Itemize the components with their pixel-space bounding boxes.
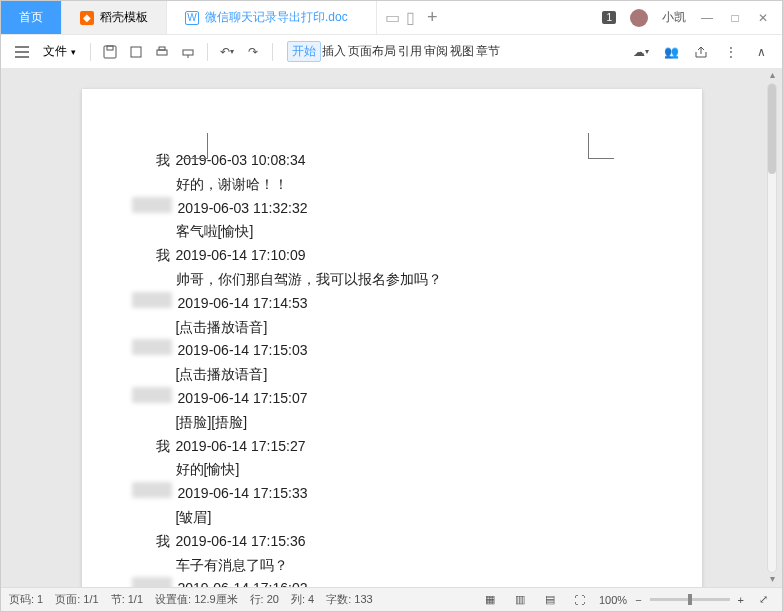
sender-label: 我 — [132, 244, 170, 268]
redo-icon[interactable]: ↷ — [242, 41, 264, 63]
chat-timestamp: 2019-06-03 11:32:32 — [178, 197, 308, 221]
svg-rect-2 — [131, 47, 141, 57]
svg-rect-4 — [159, 47, 165, 50]
vertical-scrollbar[interactable]: ▴ ▾ — [765, 69, 779, 587]
maximize-button[interactable]: □ — [728, 11, 742, 25]
chat-message: [捂脸][捂脸] — [176, 411, 642, 435]
collapse-ribbon-icon[interactable]: ∧ — [750, 41, 772, 63]
file-menu[interactable]: 文件 ▾ — [37, 41, 82, 62]
notification-badge[interactable]: 1 — [602, 11, 616, 24]
sender-label: 我 — [132, 435, 170, 459]
device-desktop-icon[interactable]: ▭ — [385, 8, 400, 27]
chat-header: 2019-06-14 17:15:07 — [132, 387, 642, 411]
sender-redacted — [132, 482, 172, 498]
collaborate-icon[interactable]: 👥 — [660, 41, 682, 63]
more-menu-icon[interactable]: ⋮ — [720, 41, 742, 63]
svg-rect-5 — [183, 50, 193, 55]
tab-home[interactable]: 首页 — [1, 1, 62, 34]
chat-header: 2019-06-14 17:14:53 — [132, 292, 642, 316]
chevron-down-icon: ▾ — [71, 47, 76, 57]
view-mode-pages-icon[interactable]: ▦ — [479, 589, 501, 611]
add-tab-button[interactable]: + — [415, 1, 450, 34]
chat-message: [点击播放语音] — [176, 316, 642, 340]
device-mobile-icon[interactable]: ▯ — [406, 8, 415, 27]
sender-redacted — [132, 339, 172, 355]
hamburger-menu-icon[interactable] — [11, 41, 33, 63]
status-line: 行: 20 — [250, 592, 279, 607]
zoom-in-icon[interactable]: + — [738, 594, 744, 606]
chat-header: 2019-06-14 17:15:03 — [132, 339, 642, 363]
fullscreen-icon[interactable]: ⤢ — [752, 589, 774, 611]
save-icon[interactable] — [99, 41, 121, 63]
ribbon-tab-6[interactable]: 章节 — [475, 41, 501, 62]
status-position: 设置值: 12.9厘米 — [155, 592, 238, 607]
sender-redacted — [132, 197, 172, 213]
sender-label: 我 — [132, 530, 170, 554]
avatar[interactable] — [630, 9, 648, 27]
chat-header: 2019-06-14 17:16:02 — [132, 577, 642, 587]
sender-redacted — [132, 387, 172, 403]
word-doc-icon: W — [185, 11, 199, 25]
svg-rect-0 — [104, 46, 116, 58]
chat-timestamp: 2019-06-14 17:15:36 — [176, 530, 306, 554]
ribbon-tab-4[interactable]: 审阅 — [423, 41, 449, 62]
chat-timestamp: 2019-06-14 17:14:53 — [178, 292, 308, 316]
zoom-slider[interactable] — [650, 598, 730, 601]
fit-page-icon[interactable]: ⛶ — [569, 589, 591, 611]
chat-header: 我2019-06-03 10:08:34 — [132, 149, 642, 173]
chat-message: [点击播放语音] — [176, 363, 642, 387]
chat-header: 2019-06-14 17:15:33 — [132, 482, 642, 506]
tab-document[interactable]: W 微信聊天记录导出打印.doc — [167, 1, 377, 34]
chat-header: 我2019-06-14 17:15:27 — [132, 435, 642, 459]
margin-corner-icon — [182, 133, 208, 159]
ribbon-tab-1[interactable]: 插入 — [321, 41, 347, 62]
tab-docer[interactable]: ◆ 稻壳模板 — [62, 1, 167, 34]
docer-icon: ◆ — [80, 11, 94, 25]
ribbon-tab-5[interactable]: 视图 — [449, 41, 475, 62]
document-page: 我2019-06-03 10:08:34好的，谢谢哈！！2019-06-03 1… — [82, 89, 702, 587]
svg-rect-3 — [157, 50, 167, 55]
ribbon-tab-2[interactable]: 页面布局 — [347, 41, 397, 62]
scroll-up-icon[interactable]: ▴ — [770, 69, 775, 83]
chat-timestamp: 2019-06-14 17:15:27 — [176, 435, 306, 459]
chat-message: 客气啦[愉快] — [176, 220, 642, 244]
status-page-no: 页码: 1 — [9, 592, 43, 607]
undo-icon[interactable]: ↶ ▾ — [216, 41, 238, 63]
margin-corner-icon — [588, 133, 614, 159]
cloud-sync-icon[interactable]: ☁▾ — [630, 41, 652, 63]
ribbon-tab-3[interactable]: 引用 — [397, 41, 423, 62]
sender-redacted — [132, 292, 172, 308]
close-button[interactable]: ✕ — [756, 11, 770, 25]
chat-timestamp: 2019-06-14 17:16:02 — [178, 577, 308, 587]
print-preview-icon[interactable] — [125, 41, 147, 63]
chat-header: 我2019-06-14 17:15:36 — [132, 530, 642, 554]
chat-header: 2019-06-03 11:32:32 — [132, 197, 642, 221]
status-chars: 字数: 133 — [326, 592, 372, 607]
print-icon[interactable] — [151, 41, 173, 63]
ribbon-tab-0[interactable]: 开始 — [287, 41, 321, 62]
chat-message: 好的，谢谢哈！！ — [176, 173, 642, 197]
scroll-down-icon[interactable]: ▾ — [770, 573, 775, 587]
sender-redacted — [132, 577, 172, 587]
scroll-thumb[interactable] — [768, 84, 776, 174]
chat-timestamp: 2019-06-14 17:10:09 — [176, 244, 306, 268]
chat-timestamp: 2019-06-14 17:15:33 — [178, 482, 308, 506]
zoom-level[interactable]: 100% — [599, 594, 627, 606]
chat-message: 车子有消息了吗？ — [176, 554, 642, 578]
chat-header: 我2019-06-14 17:10:09 — [132, 244, 642, 268]
chat-timestamp: 2019-06-14 17:15:07 — [178, 387, 308, 411]
chat-message: 帅哥，你们那自驾游，我可以报名参加吗？ — [176, 268, 642, 292]
chat-message: 好的[愉快] — [176, 458, 642, 482]
status-col: 列: 4 — [291, 592, 314, 607]
share-icon[interactable] — [690, 41, 712, 63]
view-mode-outline-icon[interactable]: ▤ — [539, 589, 561, 611]
zoom-out-icon[interactable]: − — [635, 594, 641, 606]
view-mode-web-icon[interactable]: ▥ — [509, 589, 531, 611]
status-section: 节: 1/1 — [111, 592, 143, 607]
status-page: 页面: 1/1 — [55, 592, 98, 607]
chat-message: [皱眉] — [176, 506, 642, 530]
username: 小凯 — [662, 9, 686, 26]
svg-rect-1 — [107, 46, 113, 50]
print-direct-icon[interactable] — [177, 41, 199, 63]
minimize-button[interactable]: — — [700, 11, 714, 25]
